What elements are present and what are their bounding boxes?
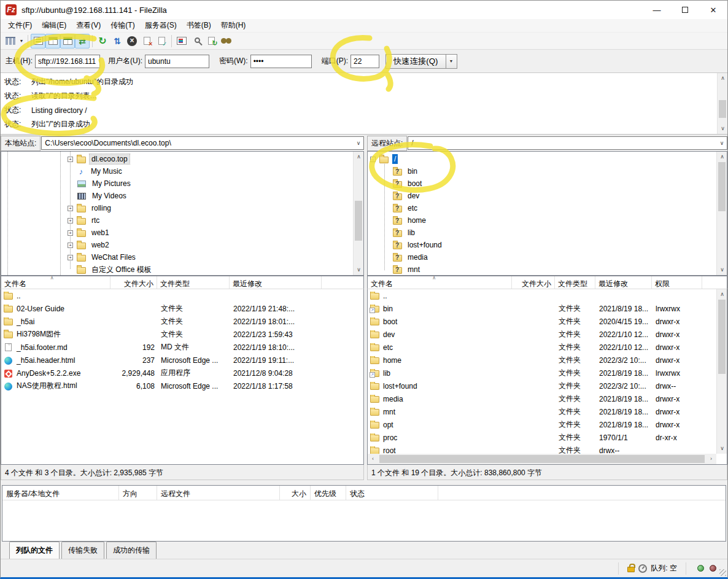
password-input[interactable] <box>250 55 312 68</box>
resize-grip[interactable] <box>719 569 726 576</box>
tab-queued-files[interactable]: 列队的文件 <box>9 542 60 559</box>
cancel-button[interactable] <box>125 34 139 49</box>
expander-icon[interactable]: + <box>68 157 73 162</box>
reconnect-button[interactable] <box>154 34 169 49</box>
toggle-transfer-queue-button[interactable] <box>75 34 90 49</box>
column-header-permissions[interactable]: 权限 <box>652 276 702 289</box>
queue-column-size[interactable]: 大小 <box>280 486 311 500</box>
column-header-name[interactable]: ∧文件名 <box>1 276 110 289</box>
host-input[interactable] <box>35 55 100 68</box>
expander-icon[interactable]: + <box>68 206 73 211</box>
speed-limit-icon[interactable] <box>638 564 647 573</box>
tab-failed-transfers[interactable]: 传输失败 <box>61 542 104 559</box>
menu-server[interactable]: 服务器(S) <box>140 18 182 33</box>
refresh-button[interactable] <box>95 34 110 49</box>
file-row[interactable]: _h5ai.header.html237Microsoft Edge ...20… <box>1 354 363 367</box>
menu-edit[interactable]: 编辑(E) <box>37 18 71 33</box>
queue-column-remote-file[interactable]: 远程文件 <box>157 486 280 500</box>
directory-compare-button[interactable] <box>174 34 189 49</box>
column-header-size[interactable]: 文件大小 <box>110 276 157 289</box>
local-tree-item[interactable]: +dl.ecoo.top <box>68 153 353 165</box>
remote-tree-item[interactable]: boot <box>370 177 716 190</box>
process-queue-button[interactable] <box>110 34 125 49</box>
log-scrollbar[interactable]: ∧ ∨ <box>717 73 727 134</box>
scroll-down-icon[interactable]: ∨ <box>718 123 727 134</box>
file-row[interactable]: lib文件夹2021/8/19 18...lrwxrwx <box>368 367 716 379</box>
file-row[interactable]: NAS使用教程.html6,108Microsoft Edge ...2022/… <box>1 379 363 392</box>
scroll-left-icon[interactable]: ‹ <box>368 454 378 464</box>
scroll-right-icon[interactable]: › <box>706 454 716 464</box>
scrollbar-thumb[interactable] <box>718 300 726 374</box>
menu-file[interactable]: 文件(F) <box>3 18 37 33</box>
local-tree-item[interactable]: +rtc <box>68 214 353 227</box>
queue-column-status[interactable]: 状态 <box>346 486 438 500</box>
expander-icon[interactable]: + <box>68 255 73 260</box>
file-row[interactable]: home文件夹2022/3/2 10:...drwxr-x <box>368 354 716 367</box>
local-tree-item[interactable]: My Pictures <box>68 177 353 190</box>
remote-list-vscrollbar[interactable]: ∧ ∨ <box>716 289 727 454</box>
scroll-down-icon[interactable]: ∨ <box>717 265 727 275</box>
toggle-local-tree-button[interactable] <box>45 34 60 49</box>
scrollbar-thumb[interactable] <box>355 201 362 240</box>
file-row[interactable]: opt文件夹2021/8/19 18...drwxr-x <box>368 418 716 431</box>
local-tree-item[interactable]: +web1 <box>68 227 353 239</box>
column-header-modified[interactable]: 最近修改 <box>230 276 322 289</box>
file-row[interactable]: media文件夹2021/8/19 18...drwxr-x <box>368 392 716 405</box>
local-tree-item[interactable]: My Videos <box>68 190 353 202</box>
close-button[interactable]: ✕ <box>699 1 727 19</box>
column-header-type[interactable]: 文件类型 <box>555 276 595 289</box>
remote-tree-item[interactable]: -/ <box>370 153 716 165</box>
local-tree-item[interactable]: +rolling <box>68 202 353 214</box>
scroll-up-icon[interactable]: ∧ <box>717 152 727 162</box>
remote-tree-item[interactable]: home <box>370 214 716 227</box>
file-row[interactable]: _h5ai.footer.md192MD 文件2022/1/19 18:10:.… <box>1 341 363 354</box>
lock-icon[interactable] <box>627 567 635 572</box>
tab-successful-transfers[interactable]: 成功的传输 <box>106 542 157 559</box>
expander-icon[interactable]: + <box>68 218 73 223</box>
file-row[interactable]: dev文件夹2022/1/10 12...drwxr-x <box>368 328 716 341</box>
remote-tree-scrollbar[interactable]: ∧ ∨ <box>716 152 727 275</box>
quickconnect-dropdown[interactable]: ▼ <box>446 54 457 69</box>
file-row[interactable]: boot文件夹2020/4/15 19...drwxr-x <box>368 315 716 328</box>
site-manager-button[interactable] <box>3 34 18 49</box>
remote-tree-item[interactable]: media <box>370 251 716 263</box>
minimize-button[interactable]: — <box>643 1 671 19</box>
remote-tree-item[interactable]: dev <box>370 190 716 202</box>
local-tree-item[interactable]: +WeChat Files <box>68 251 353 263</box>
menu-transfer[interactable]: 传输(T) <box>106 18 139 33</box>
scrollbar-thumb[interactable] <box>379 455 705 463</box>
file-row[interactable]: 02-User Guide文件夹2022/1/19 21:48:... <box>1 302 363 315</box>
remote-tree-item[interactable]: lib <box>370 227 716 239</box>
scroll-up-icon[interactable]: ∧ <box>354 152 364 162</box>
menu-bookmarks[interactable]: 书签(B) <box>182 18 216 33</box>
scroll-up-icon[interactable]: ∧ <box>718 73 727 84</box>
column-header-name[interactable]: ∧文件名 <box>368 276 512 289</box>
toggle-message-log-button[interactable] <box>31 34 45 49</box>
queue-column-priority[interactable]: 优先级 <box>311 486 346 500</box>
column-header-modified[interactable]: 最近修改 <box>595 276 652 289</box>
menu-help[interactable]: 帮助(H) <box>216 18 251 33</box>
disconnect-button[interactable] <box>139 34 154 49</box>
quickconnect-button[interactable]: 快速连接(Q) <box>385 54 446 69</box>
username-input[interactable] <box>145 55 209 68</box>
local-tree-item[interactable]: 自定义 Office 模板 <box>68 263 353 276</box>
remote-tree-item[interactable]: mnt <box>370 263 716 276</box>
file-row[interactable]: lost+found文件夹2022/3/2 10:...drwx-- <box>368 379 716 392</box>
chevron-down-icon[interactable]: ∨ <box>354 140 363 146</box>
file-row[interactable]: root文件夹drwx-- <box>368 444 716 454</box>
file-row[interactable]: .. <box>1 289 363 302</box>
scroll-down-icon[interactable]: ∨ <box>354 265 364 275</box>
queue-column-direction[interactable]: 方向 <box>119 486 157 500</box>
file-row[interactable]: AnyDesk+5.2.2.exe2,929,448应用程序2021/12/8 … <box>1 367 363 379</box>
scroll-down-icon[interactable]: ∨ <box>717 443 727 454</box>
file-row[interactable]: etc文件夹2022/1/10 12...drwxr-x <box>368 341 716 354</box>
file-row[interactable]: Hi3798M固件文件夹2022/1/23 1:59:43 <box>1 328 363 341</box>
scrollbar-thumb[interactable] <box>719 100 726 119</box>
remote-list-hscrollbar[interactable]: ‹ › <box>368 454 716 464</box>
remote-site-combo[interactable]: / ∨ <box>408 136 727 150</box>
remote-tree-item[interactable]: bin <box>370 165 716 177</box>
expander-icon[interactable]: + <box>68 230 73 236</box>
expander-icon[interactable]: - <box>370 157 376 162</box>
filter-button[interactable] <box>189 34 204 49</box>
file-row[interactable]: bin文件夹2021/8/19 18...lrwxrwx <box>368 302 716 315</box>
